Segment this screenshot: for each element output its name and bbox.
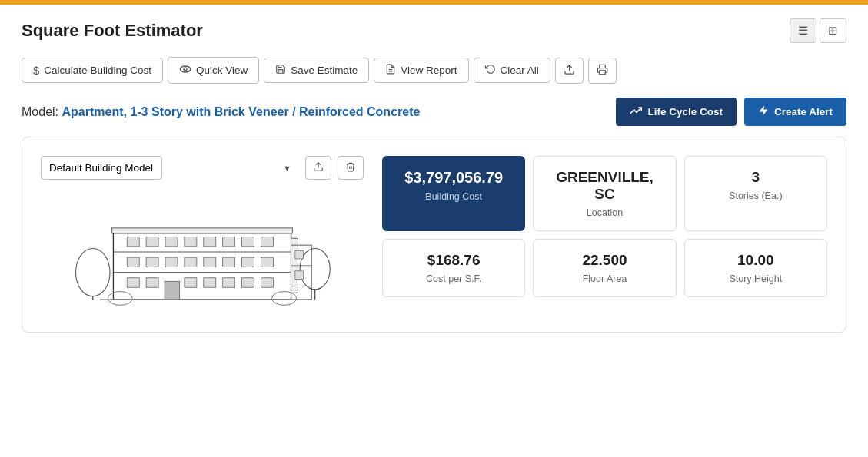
svg-rect-30 [204, 278, 216, 287]
lifecycle-label: Life Cycle Cost [647, 106, 723, 118]
model-actions: Life Cycle Cost Create Alert [616, 98, 846, 126]
trash-icon [345, 161, 356, 174]
clear-label: Clear All [501, 65, 539, 76]
calculate-building-cost-button[interactable]: $ Calculate Building Cost [22, 58, 163, 83]
cost-per-sf-card: $168.76 Cost per S.F. [382, 239, 525, 297]
svg-rect-19 [127, 257, 139, 267]
svg-point-0 [180, 66, 190, 72]
location-value: GREENVILLE, SC [544, 169, 664, 203]
svg-rect-20 [146, 257, 158, 267]
svg-rect-29 [185, 278, 197, 287]
upload-model-button[interactable] [305, 156, 331, 180]
delete-model-button[interactable] [338, 156, 364, 180]
report-icon [385, 64, 396, 77]
grid-view-button[interactable]: ⊞ [820, 18, 846, 43]
refresh-icon [485, 64, 496, 77]
svg-rect-11 [127, 237, 139, 246]
stories-label: Stories (Ea.) [696, 190, 816, 201]
svg-rect-18 [261, 237, 273, 246]
svg-rect-5 [600, 70, 606, 74]
svg-point-39 [300, 249, 330, 290]
upload-icon [313, 161, 324, 174]
stories-card: 3 Stories (Ea.) [684, 156, 827, 231]
svg-point-1 [184, 68, 187, 71]
print-button[interactable] [588, 58, 617, 84]
svg-rect-33 [261, 278, 273, 287]
svg-rect-21 [165, 257, 178, 267]
export-icon [564, 65, 575, 78]
svg-rect-48 [295, 271, 304, 280]
svg-rect-24 [223, 257, 235, 267]
eye-icon [179, 63, 191, 78]
save-estimate-button[interactable]: Save Estimate [264, 58, 369, 83]
story-height-label: Story Height [696, 273, 816, 284]
story-height-value: 10.00 [696, 252, 816, 269]
right-panel: $3,797,056.79 Building Cost GREENVILLE, … [382, 156, 827, 297]
bolt-icon [758, 105, 769, 118]
lifecycle-cost-button[interactable]: Life Cycle Cost [616, 98, 737, 126]
floor-area-card: 22.500 Floor Area [533, 239, 676, 297]
list-view-icon: ☰ [798, 24, 808, 37]
view-report-button[interactable]: View Report [374, 58, 468, 83]
header: Square Foot Estimator ☰ ⊞ [0, 5, 868, 51]
svg-marker-6 [760, 106, 768, 115]
building-image [41, 190, 364, 313]
stats-row-bottom: $168.76 Cost per S.F. 22.500 Floor Area … [382, 239, 827, 297]
dollar-icon: $ [33, 64, 39, 77]
svg-point-41 [108, 292, 132, 306]
svg-rect-13 [165, 237, 178, 246]
svg-rect-23 [204, 257, 216, 267]
cost-per-sf-label: Cost per S.F. [394, 273, 514, 284]
svg-rect-35 [112, 228, 293, 233]
svg-rect-32 [242, 278, 254, 287]
model-prefix: Model: [22, 105, 58, 118]
print-icon [597, 65, 608, 78]
left-panel: Default Building Model [41, 156, 364, 313]
svg-rect-15 [204, 237, 216, 246]
view-toggles: ☰ ⊞ [790, 18, 846, 43]
svg-rect-34 [165, 281, 180, 300]
svg-rect-12 [146, 237, 158, 246]
quickview-label: Quick View [196, 65, 248, 76]
toolbar: $ Calculate Building Cost Quick View Sav… [0, 51, 868, 93]
stats-row-top: $3,797,056.79 Building Cost GREENVILLE, … [382, 156, 827, 231]
svg-rect-27 [127, 278, 139, 287]
svg-rect-16 [223, 237, 235, 246]
floor-area-value: 22.500 [544, 252, 664, 269]
svg-rect-22 [185, 257, 197, 267]
svg-rect-17 [242, 237, 254, 246]
trending-icon [630, 104, 642, 119]
page-title: Square Foot Estimator [22, 21, 203, 41]
calculate-label: Calculate Building Cost [44, 65, 151, 76]
svg-rect-25 [242, 257, 254, 267]
create-alert-button[interactable]: Create Alert [744, 98, 846, 126]
svg-rect-47 [295, 250, 304, 259]
model-bar: Model: Apartment, 1-3 Story with Brick V… [0, 93, 868, 137]
svg-point-42 [272, 292, 297, 306]
building-cost-label: Building Cost [394, 191, 514, 202]
export-button[interactable] [555, 58, 584, 84]
main-card: Default Building Model [22, 137, 846, 333]
model-select-row: Default Building Model [41, 156, 364, 180]
svg-rect-28 [146, 278, 158, 287]
cost-per-sf-value: $168.76 [394, 252, 514, 269]
location-label: Location [544, 207, 664, 218]
stories-value: 3 [696, 169, 816, 186]
quick-view-button[interactable]: Quick View [168, 57, 259, 84]
svg-rect-31 [223, 278, 235, 287]
save-icon [275, 64, 286, 77]
svg-rect-14 [185, 237, 197, 246]
clear-all-button[interactable]: Clear All [474, 58, 550, 83]
story-height-card: 10.00 Story Height [684, 239, 827, 297]
model-name: Apartment, 1-3 Story with Brick Veneer /… [62, 105, 420, 118]
list-view-button[interactable]: ☰ [790, 18, 816, 43]
location-card: GREENVILLE, SC Location [533, 156, 676, 231]
building-illustration [41, 190, 364, 313]
floor-area-label: Floor Area [544, 273, 664, 284]
grid-view-icon: ⊞ [828, 24, 838, 37]
svg-rect-26 [261, 257, 273, 267]
model-info: Model: Apartment, 1-3 Story with Brick V… [22, 105, 420, 119]
model-dropdown[interactable]: Default Building Model [41, 156, 162, 180]
save-label: Save Estimate [291, 65, 358, 76]
report-label: View Report [401, 65, 457, 76]
